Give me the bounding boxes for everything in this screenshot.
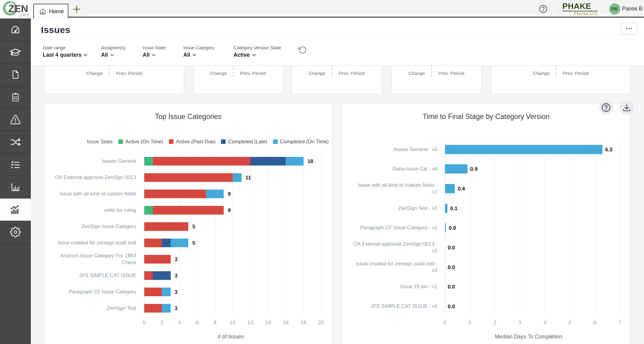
topbar-divider xyxy=(558,2,558,16)
bar xyxy=(445,184,455,193)
chart-download-button[interactable] xyxy=(620,100,634,115)
download-icon xyxy=(622,103,631,112)
filter-value: Active xyxy=(234,52,250,58)
chart-action-buttons xyxy=(599,100,634,115)
sidebar-item-document[interactable] xyxy=(0,63,31,86)
bar xyxy=(144,157,304,166)
main-area: Issues Date rangeLast 4 quartersAssignee… xyxy=(31,18,644,344)
kpi-divider xyxy=(233,66,234,77)
shuffle-icon xyxy=(10,136,21,148)
x-tick-label: 2 xyxy=(493,320,496,326)
bar-value-label: 0.0 xyxy=(449,225,456,231)
kpi-prev-period-label: Prev. Period xyxy=(563,71,589,76)
x-tick-label: 2 xyxy=(160,320,163,326)
bar xyxy=(144,239,189,247)
bar-value-label: 9 xyxy=(228,191,230,197)
gridline xyxy=(620,141,620,316)
bar-value-label: 5 xyxy=(192,240,195,246)
company-subtitle: Pharma LLC xyxy=(562,12,598,15)
filter-label: Category Version State xyxy=(234,45,281,50)
legend-label: Active (Past Due) xyxy=(176,139,215,145)
bar xyxy=(144,206,224,215)
bar-segment xyxy=(144,190,206,198)
refresh-icon[interactable] xyxy=(298,46,307,55)
sidebar-item-warning-triangle[interactable] xyxy=(0,109,31,131)
filter-value: Last 4 quarters xyxy=(43,52,81,58)
sidebar-item-analytics[interactable] xyxy=(0,199,31,221)
kpi-card: ChangePrev. Period xyxy=(193,66,283,94)
tab-home[interactable]: Home xyxy=(33,4,68,18)
bar xyxy=(445,145,602,154)
analytics-icon xyxy=(10,204,21,215)
bar-segment xyxy=(162,288,171,296)
sidebar-item-bar-chart[interactable] xyxy=(0,176,31,199)
more-options-button[interactable] xyxy=(621,23,637,35)
chevron-down-icon xyxy=(252,54,256,56)
filter-assignee-s-: Assignee(s)All xyxy=(101,45,125,58)
sidebar-item-shuffle[interactable] xyxy=(0,131,31,154)
bar-segment xyxy=(233,173,242,182)
filter-value-dropdown[interactable]: All xyxy=(183,52,214,58)
kpi-card: ChangePrev. Period xyxy=(291,66,382,94)
filter-issue-state: Issue StateAll xyxy=(143,45,166,58)
user-name[interactable]: Panos B xyxy=(622,6,642,12)
legend-swatch xyxy=(118,139,123,144)
kpi-prev-period-label: Prev. Period xyxy=(116,71,142,76)
kpi-divider xyxy=(109,66,110,77)
legend-item: Completed (Late) xyxy=(221,139,267,145)
ellipsis-icon xyxy=(629,28,630,29)
legend-item: Active (Past Due) xyxy=(169,139,215,145)
kpi-change-label: Change xyxy=(86,71,103,76)
zenqms-logo[interactable]: ZEN QMS xyxy=(0,0,33,18)
document-icon xyxy=(10,69,21,80)
chevron-down-icon xyxy=(192,54,196,56)
sidebar-item-clipboard[interactable] xyxy=(0,86,31,109)
category-label: ZenSign Issue Category xyxy=(48,223,136,230)
gridline xyxy=(304,151,304,316)
x-tick-label: 6 xyxy=(196,320,198,326)
filter-value-dropdown[interactable]: Last 4 quarters xyxy=(43,52,88,58)
kpi-card: ChangePrev. Period xyxy=(491,66,631,94)
bar xyxy=(144,288,171,296)
help-circle-icon[interactable] xyxy=(539,5,548,13)
sidebar-item-graduation-cap[interactable] xyxy=(0,41,31,63)
user-avatar[interactable]: PB xyxy=(609,3,620,14)
bar-value-label: 3 xyxy=(175,289,177,295)
x-tick-label: 4 xyxy=(544,320,546,326)
kpi-prev-period-label: Prev. Period xyxy=(339,71,365,76)
bar-value-label: 0.1 xyxy=(450,206,458,212)
kpi-divider xyxy=(431,66,432,77)
content-area: ChangePrev. PeriodChangePrev. PeriodChan… xyxy=(31,66,644,344)
bar-chart-icon xyxy=(10,182,21,193)
category-label: Issue 19 jan - v1 xyxy=(345,283,438,290)
gridline xyxy=(520,141,520,316)
bar xyxy=(144,222,189,231)
svg-text:QMS: QMS xyxy=(19,13,29,17)
filter-category-version-state: Category Version StateActive xyxy=(234,45,281,58)
filter-value-dropdown[interactable]: All xyxy=(101,52,125,58)
bar-segment xyxy=(144,222,189,231)
category-label: OA External approval ZenSign 0013 - v1 xyxy=(345,241,438,254)
sidebar-item-gear[interactable] xyxy=(0,221,31,244)
ellipsis-icon xyxy=(626,28,628,29)
company-logo: PHAKE Pharma LLC xyxy=(562,2,598,15)
filter-value-dropdown[interactable]: Active xyxy=(234,52,281,58)
page-header: Issues xyxy=(31,18,644,39)
chart-help-button[interactable] xyxy=(599,100,613,115)
filter-label: Issue State xyxy=(143,45,166,50)
gauge-icon xyxy=(10,24,21,35)
sidebar-item-checklist[interactable] xyxy=(0,154,31,176)
legend-swatch xyxy=(169,139,173,144)
bar-segment xyxy=(153,157,250,166)
gridline xyxy=(495,141,495,316)
category-label: Issues General xyxy=(48,158,136,165)
legend-label: Completed (Late) xyxy=(228,139,267,145)
sidebar-item-gauge[interactable] xyxy=(0,18,31,41)
new-tab-button[interactable] xyxy=(73,5,81,13)
category-label: issue created for zensign audit trail xyxy=(48,240,136,246)
warning-triangle-icon xyxy=(10,114,21,125)
filter-value-dropdown[interactable]: All xyxy=(143,52,166,58)
category-label: issue created for zensign audit trail - … xyxy=(345,260,438,274)
gridline xyxy=(595,141,595,316)
bar xyxy=(445,204,447,213)
